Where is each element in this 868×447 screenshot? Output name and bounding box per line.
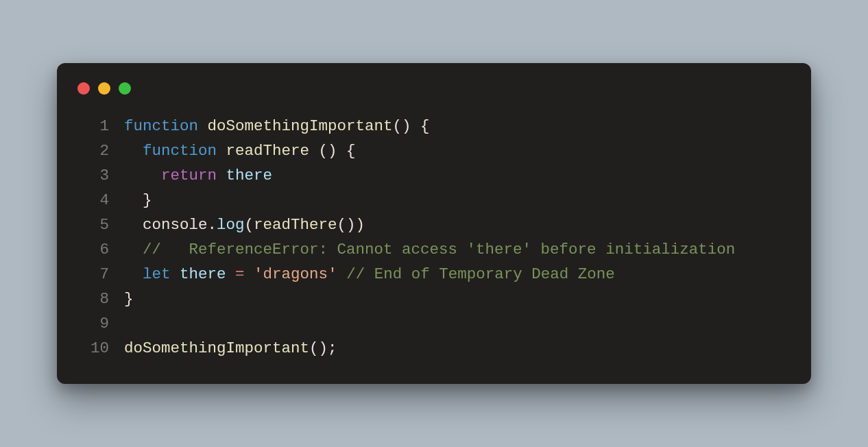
code-line[interactable]: 3 return there	[76, 163, 792, 188]
token-punct	[171, 265, 180, 283]
token-punct: }	[143, 191, 152, 209]
stage: 1function doSomethingImportant() {2 func…	[0, 0, 868, 447]
token-punct: }	[124, 290, 134, 308]
token-prop: log	[217, 216, 245, 234]
line-source[interactable]: console.log(readThere())	[124, 213, 365, 237]
zoom-icon[interactable]	[119, 82, 131, 95]
token-punct	[198, 117, 208, 135]
line-number: 2	[76, 138, 124, 163]
line-number: 6	[76, 237, 124, 262]
token-punct: ())	[337, 216, 365, 234]
code-line[interactable]: 8}	[76, 287, 792, 311]
line-source[interactable]: // ReferenceError: Cannot access 'there'…	[124, 237, 735, 262]
indent	[124, 216, 143, 234]
token-punct: (	[245, 216, 254, 234]
token-string: 'dragons'	[254, 265, 337, 283]
token-op: =	[235, 265, 245, 283]
line-number: 4	[76, 188, 124, 213]
token-obj: console	[143, 216, 208, 234]
token-punct	[217, 142, 226, 160]
token-keyword: function	[143, 142, 217, 160]
close-icon[interactable]	[77, 82, 90, 95]
line-source[interactable]: let there = 'dragons' // End of Temporar…	[124, 262, 615, 287]
line-source[interactable]: }	[124, 287, 134, 311]
line-number: 7	[76, 262, 124, 287]
token-punct	[245, 265, 254, 283]
code-line[interactable]: 10doSomethingImportant();	[76, 336, 792, 361]
token-punct: () {	[309, 142, 356, 160]
line-number: 3	[76, 163, 124, 188]
window-controls	[76, 80, 792, 114]
line-number: 5	[76, 213, 124, 237]
code-line[interactable]: 6 // ReferenceError: Cannot access 'ther…	[76, 237, 792, 262]
line-source[interactable]: function readThere () {	[124, 138, 356, 163]
token-keyword: function	[124, 117, 198, 135]
code-editor[interactable]: 1function doSomethingImportant() {2 func…	[76, 114, 792, 361]
line-source[interactable]: function doSomethingImportant() {	[124, 114, 430, 138]
line-source[interactable]: doSomethingImportant();	[124, 336, 337, 361]
token-keyword2: return	[161, 167, 217, 184]
code-line[interactable]: 2 function readThere () {	[76, 138, 792, 163]
token-ident: there	[180, 265, 226, 283]
token-funcname: readThere	[226, 142, 310, 160]
token-keyword: let	[143, 265, 171, 283]
token-funcname: doSomethingImportant	[124, 339, 309, 357]
token-punct: () {	[393, 117, 430, 135]
token-comment: // End of Temporary Dead Zone	[346, 265, 615, 283]
line-number: 8	[76, 287, 124, 311]
code-line[interactable]: 9	[76, 311, 792, 336]
token-punct	[337, 265, 347, 283]
indent	[124, 265, 143, 283]
line-source[interactable]: }	[124, 188, 152, 213]
indent	[124, 241, 143, 258]
token-ident: there	[226, 167, 273, 184]
token-punct	[226, 265, 236, 283]
line-number: 10	[76, 336, 124, 361]
indent	[124, 167, 161, 184]
token-punct: .	[208, 216, 217, 234]
token-punct	[217, 167, 226, 184]
line-number: 9	[76, 311, 124, 336]
token-comment: // ReferenceError: Cannot access 'there'…	[143, 241, 735, 258]
code-window: 1function doSomethingImportant() {2 func…	[57, 63, 811, 384]
token-funcname: doSomethingImportant	[208, 117, 393, 135]
code-line[interactable]: 5 console.log(readThere())	[76, 213, 792, 237]
code-line[interactable]: 1function doSomethingImportant() {	[76, 114, 792, 138]
minimize-icon[interactable]	[98, 82, 110, 95]
code-line[interactable]: 4 }	[76, 188, 792, 213]
code-line[interactable]: 7 let there = 'dragons' // End of Tempor…	[76, 262, 792, 287]
line-number: 1	[76, 114, 124, 138]
indent	[124, 191, 143, 209]
token-funcname: readThere	[254, 216, 337, 234]
line-source[interactable]: return there	[124, 163, 272, 188]
indent	[124, 142, 143, 160]
token-punct: ();	[309, 339, 337, 357]
